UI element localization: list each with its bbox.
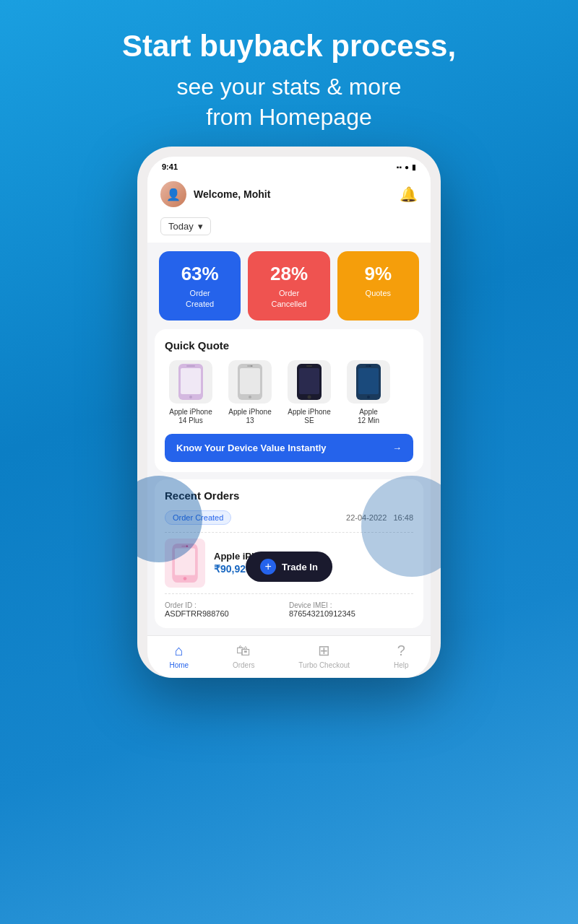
device-img-1 [169,360,212,404]
device-img-2 [228,360,272,404]
stat-label-cancelled: OrderCancelled [256,288,321,309]
svg-point-15 [367,396,370,398]
svg-rect-5 [240,368,260,394]
svg-rect-1 [181,368,201,394]
order-id-value: ASDFTRR988760 [165,609,289,618]
bottom-nav: ⌂ Home 🛍 Orders ⊞ Turbo Checkout ? Help [147,635,431,678]
nav-label-turbo: Turbo Checkout [298,661,350,669]
welcome-text: Welcome, Mohit [194,188,270,200]
cta-label: Know Your Device Value Instantly [176,443,327,453]
device-img-4 [347,360,390,404]
status-bar: 9:41 ▪▪ ● ▮ [147,157,431,174]
nav-item-help[interactable]: ? Help [394,642,409,669]
order-details: Order ID : ASDFTRR988760 Device IMEI : 8… [165,593,413,618]
stat-pct-created: 63% [168,263,232,285]
device-name-2: Apple iPhone13 [228,408,272,425]
stat-card-quotes[interactable]: 9% Quotes [337,251,419,321]
svg-point-2 [189,396,192,398]
device-name-4: Apple12 Min [358,408,379,425]
order-id-label: Order ID : [165,601,289,609]
trade-in-fab[interactable]: + Trade In [246,552,332,582]
nav-label-orders: Orders [233,661,255,669]
svg-rect-12 [306,365,312,367]
device-item-4[interactable]: Apple12 Min [342,360,394,425]
status-icons: ▪▪ ● ▮ [397,163,416,171]
hero-section: Start buyback process, see your stats & … [93,0,485,147]
nav-label-home: Home [169,661,189,669]
svg-rect-3 [186,365,195,367]
bell-icon[interactable]: 🔔 [400,186,418,203]
device-img-3 [288,360,331,404]
svg-point-8 [251,365,252,367]
wifi-icon: ● [405,163,409,171]
hero-title: Start buyback process, [122,29,456,64]
signal-icon: ▪▪ [397,163,402,171]
arrow-right-icon: → [392,443,402,453]
hero-subtitle: see your stats & more from Homepage [122,72,456,132]
stats-row: 63% OrderCreated 28% OrderCancelled 9% Q… [147,243,431,329]
stat-pct-quotes: 9% [346,263,410,285]
turbo-icon: ⊞ [318,642,330,659]
svg-point-6 [249,396,251,398]
nav-item-orders[interactable]: 🛍 Orders [233,642,255,669]
avatar: 👤 [160,181,186,207]
svg-rect-10 [299,368,319,394]
app-header: 👤 Welcome, Mohit 🔔 [147,174,431,214]
phone-screen: 9:41 ▪▪ ● ▮ 👤 Welcome, Mohit 🔔 Today [147,157,431,678]
stat-label-quotes: Quotes [346,288,410,298]
svg-point-20 [184,577,187,580]
order-imei-col: Device IMEI : 876543210912345 [289,601,413,618]
battery-icon: ▮ [412,163,416,171]
phone-mockup: 9:41 ▪▪ ● ▮ 👤 Welcome, Mohit 🔔 Today [137,147,441,678]
nav-item-turbo[interactable]: ⊞ Turbo Checkout [298,642,350,669]
order-imei-label: Device IMEI : [289,601,413,609]
device-item-1[interactable]: Apple iPhone14 Plus [165,360,217,425]
chevron-down-icon: ▾ [198,221,203,232]
nav-item-home[interactable]: ⌂ Home [169,642,189,669]
fab-plus-icon: + [260,559,276,575]
user-info: 👤 Welcome, Mohit [160,181,270,207]
dropdown-row: Today ▾ [147,214,431,243]
order-imei-value: 876543210912345 [289,609,413,618]
stat-card-created[interactable]: 63% OrderCreated [159,251,241,321]
fab-label: Trade In [282,562,318,572]
order-id-col: Order ID : ASDFTRR988760 [165,601,289,618]
status-time: 9:41 [162,162,178,171]
quick-quote-section: Quick Quote Apple iPhone14 Plus [155,329,423,472]
stat-pct-cancelled: 28% [256,263,321,285]
orders-icon: 🛍 [236,642,251,659]
quick-quote-title: Quick Quote [165,339,413,352]
device-item-2[interactable]: Apple iPhone13 [224,360,276,425]
stat-card-cancelled[interactable]: 28% OrderCancelled [248,251,329,321]
device-name-1: Apple iPhone14 Plus [169,408,212,425]
date-dropdown[interactable]: Today ▾ [160,217,211,235]
help-icon: ? [397,642,405,659]
nav-label-help: Help [394,661,409,669]
home-icon: ⌂ [175,642,184,659]
svg-rect-14 [358,368,379,394]
svg-point-17 [369,365,371,367]
know-value-button[interactable]: Know Your Device Value Instantly → [165,434,413,462]
device-name-3: Apple iPhoneSE [288,408,331,425]
svg-point-11 [308,396,311,399]
device-item-3[interactable]: Apple iPhoneSE [283,360,335,425]
stat-label-created: OrderCreated [168,288,232,309]
device-scroll: Apple iPhone14 Plus [165,360,413,425]
